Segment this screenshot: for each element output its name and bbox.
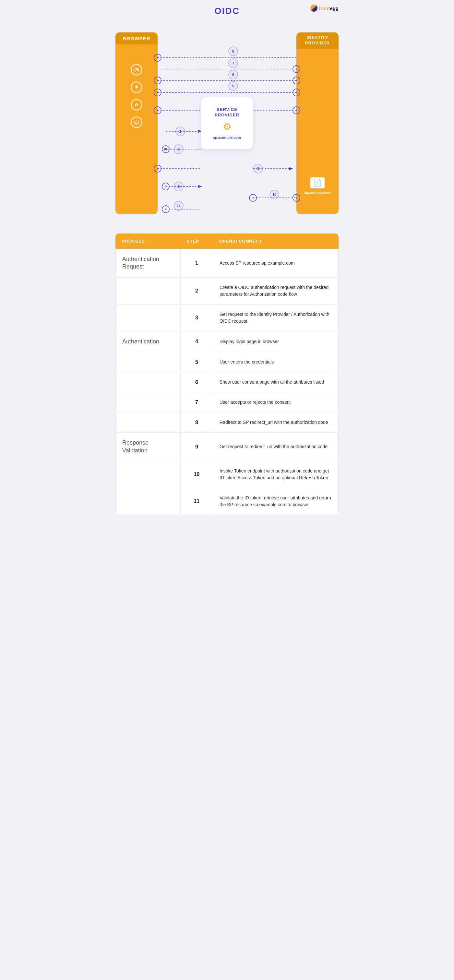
step-9: 9: [181, 433, 213, 461]
table-row: 8 Redirect to SP redirect_uri with the a…: [116, 412, 338, 432]
step-7: 7: [181, 392, 213, 412]
table-header: PROCESS STEP OpenID CONNECT: [115, 234, 339, 249]
logo: frontegg: [311, 5, 339, 12]
desc-4: Display login page in browser: [213, 331, 338, 352]
sp-gear-icon: ⚙: [223, 121, 231, 132]
table-section: PROCESS STEP OpenID CONNECT Authenticati…: [109, 234, 345, 525]
idp-label: IDENTITYPROVIDER: [296, 32, 339, 49]
desc-5: User enters the credentials: [213, 352, 338, 372]
table-row: 7 User accepts or rejects the consent: [116, 392, 338, 412]
page-title: OIDC: [214, 6, 240, 16]
desc-11: Validate the ID token, retrieve user att…: [213, 488, 338, 515]
table-row: 3 Get request to the Identity Provider /…: [116, 304, 338, 331]
table-row: 2 Create a OIDC authentication request w…: [116, 278, 338, 304]
svg-text:‹: ‹: [165, 206, 167, 212]
step-10: 10: [181, 461, 213, 488]
process-label-auth: Authentication: [116, 331, 181, 352]
process-label-empty7: [116, 461, 181, 488]
table-row: 11 Validate the ID token, retrieve user …: [116, 488, 338, 515]
desc-6: Show user consent page with all the attr…: [213, 372, 338, 392]
svg-point-50: [270, 190, 279, 199]
idp-column: IDENTITYPROVIDER 📄 idp.example.com: [296, 32, 339, 214]
svg-point-0: [176, 127, 185, 136]
logo-front: front: [319, 5, 330, 11]
process-label-empty6: [116, 412, 181, 432]
logo-icon: [311, 5, 317, 12]
svg-point-60: [162, 205, 169, 213]
table-row: Authentication 4 Display login page in b…: [116, 331, 338, 352]
svg-text:‹: ‹: [252, 195, 254, 200]
desc-3: Get request to the Identity Provider / A…: [213, 304, 338, 331]
step-6: 6: [181, 372, 213, 392]
desc-10: Invoke Token endpoint with authorization…: [213, 461, 338, 488]
svg-point-57: [174, 201, 183, 210]
svg-point-6: [162, 146, 169, 153]
step-11: 11: [181, 488, 213, 515]
th-process: PROCESS: [122, 239, 187, 243]
svg-point-45: [174, 182, 183, 191]
process-label-empty3: [116, 352, 181, 372]
browser-column: BROWSER ◔ ⚘ e ◎: [115, 32, 158, 214]
step-8: 8: [181, 412, 213, 432]
header: OIDC frontegg: [109, 0, 345, 19]
svg-point-8: [253, 164, 263, 173]
process-label-empty8: [116, 488, 181, 515]
desc-1: Access SP resource sp.example.com: [213, 249, 338, 277]
svg-point-21: [229, 81, 238, 91]
svg-text:2: 2: [178, 147, 180, 151]
desc-9: Get request to redirect_uri with the aut…: [213, 433, 338, 461]
step-3: 3: [181, 304, 213, 331]
svg-text:9: 9: [178, 185, 180, 188]
group-auth-request: AuthenticationRequest 1 Access SP resour…: [116, 249, 338, 331]
svg-text:5: 5: [232, 84, 234, 88]
chrome-icon: ⚘: [131, 81, 142, 93]
step-1: 1: [181, 249, 213, 277]
process-label-response: ResponseValidation: [116, 433, 181, 461]
safari-icon: ◎: [131, 116, 142, 128]
step-5: 5: [181, 352, 213, 372]
group-authentication: Authentication 4 Display login page in b…: [116, 331, 338, 433]
diagram-container: BROWSER ◔ ⚘ e ◎ IDENTITYPROVIDER 📄 idp.e…: [115, 23, 339, 224]
browser-icons: ◔ ⚘ e ◎: [131, 64, 142, 128]
process-label-empty5: [116, 392, 181, 412]
idp-domain: idp.example.com: [304, 191, 330, 194]
process-label-empty: [116, 278, 181, 304]
firefox-icon: ◔: [131, 64, 142, 76]
step-4: 4: [181, 331, 213, 352]
idp-card-icon: 📄: [311, 177, 325, 188]
browser-label: BROWSER: [115, 32, 158, 45]
th-openid: OpenID CONNECT: [219, 239, 332, 243]
table-row: AuthenticationRequest 1 Access SP resour…: [116, 249, 338, 278]
diagram-area: BROWSER ◔ ⚘ e ◎ IDENTITYPROVIDER 📄 idp.e…: [109, 19, 345, 234]
svg-text:›: ›: [165, 183, 167, 189]
svg-point-3: [174, 145, 183, 154]
svg-text:8: 8: [232, 49, 234, 53]
svg-text:7: 7: [232, 61, 234, 65]
step-2: 2: [181, 278, 213, 304]
table-row: 10 Invoke Token endpoint with authorizat…: [116, 461, 338, 488]
svg-point-40: [229, 47, 238, 56]
table-row: 5 User enters the credentials: [116, 352, 338, 372]
table-row: 6 Show user consent page with all the at…: [116, 372, 338, 392]
svg-text:3: 3: [257, 167, 259, 170]
svg-text:6: 6: [232, 73, 234, 76]
svg-point-28: [229, 70, 238, 79]
desc-7: User accepts or rejects the consent: [213, 392, 338, 412]
svg-point-35: [229, 59, 238, 68]
desc-2: Create a OIDC authentication request wit…: [213, 278, 338, 304]
th-step: STEP: [187, 239, 219, 243]
process-label-auth-request: AuthenticationRequest: [116, 249, 181, 277]
sp-domain: sp.example.com: [213, 135, 241, 140]
svg-text:1: 1: [179, 129, 181, 133]
ie-icon: e: [131, 99, 142, 111]
process-label-empty4: [116, 372, 181, 392]
desc-8: Redirect to SP redirect_uri with the aut…: [213, 412, 338, 432]
table-body: AuthenticationRequest 1 Access SP resour…: [115, 249, 339, 515]
table-row: ResponseValidation 9 Get request to redi…: [116, 433, 338, 461]
service-provider-box: SERVICEPROVIDER ⚙ sp.example.com: [201, 97, 253, 149]
group-response-validation: ResponseValidation 9 Get request to redi…: [116, 433, 338, 515]
svg-point-53: [249, 194, 256, 201]
svg-text:10: 10: [272, 192, 276, 197]
svg-text:11: 11: [177, 204, 181, 208]
logo-text: frontegg: [319, 5, 339, 11]
